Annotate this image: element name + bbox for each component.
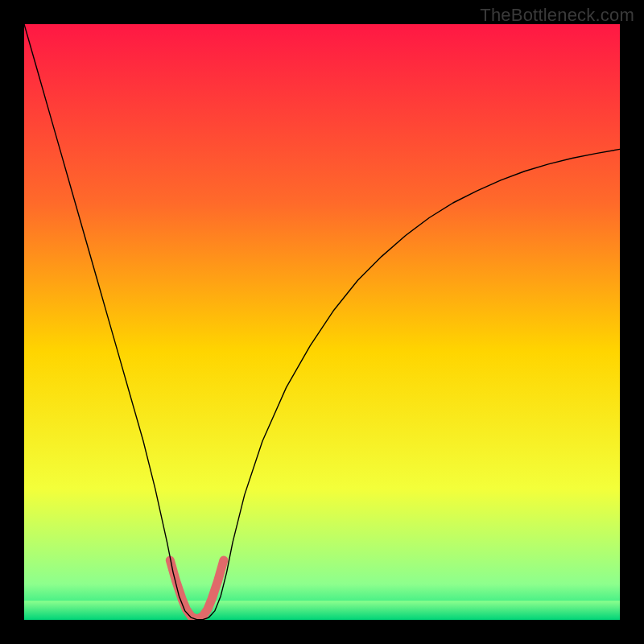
chart-svg	[24, 24, 620, 620]
bottom-green-band	[24, 601, 620, 620]
chart-plot-area	[24, 24, 620, 620]
gradient-background	[24, 24, 620, 620]
watermark-text: TheBottleneck.com	[480, 5, 634, 26]
